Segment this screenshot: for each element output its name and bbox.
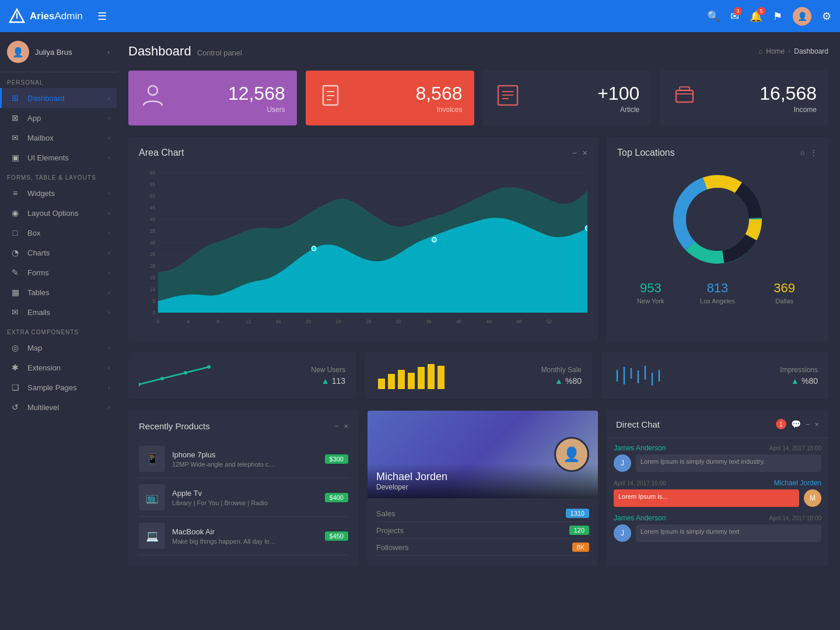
stat-card-invoices[interactable]: 8,568 Invoices <box>306 71 474 125</box>
product-item-iphone[interactable]: 📱 Iphone 7plus 12MP Wide-angle and telep… <box>139 440 348 478</box>
chat-bubble-icon[interactable]: 💬 <box>791 419 801 429</box>
sidebar-label-extension: Extension <box>27 363 108 372</box>
article-stat-info: +100 Article <box>597 83 639 114</box>
chat-msg-2-name: Michael Jorden <box>774 479 821 487</box>
locations-circle-icon[interactable]: ○ <box>800 148 805 158</box>
chat-minimize-button[interactable]: − <box>806 420 810 429</box>
sidebar-item-emails[interactable]: ✉ Emails › <box>0 302 117 322</box>
widgets-arrow-icon: › <box>108 190 110 197</box>
sidebar-item-layout[interactable]: ◉ Layout Options › <box>0 203 117 223</box>
impressions-sparkline <box>611 361 687 390</box>
sidebar-item-charts[interactable]: ◔ Charts › <box>0 243 117 262</box>
user-profile[interactable]: 👤 Juliya Brus › <box>0 32 117 72</box>
stat-card-income[interactable]: 16,568 Income <box>660 71 828 125</box>
sidebar-item-mailbox[interactable]: ✉ Mailbox › <box>0 128 117 148</box>
chat-header: Direct Chat 1 💬 − × <box>607 411 828 438</box>
apple-tv-price: $400 <box>325 493 348 502</box>
sidebar-item-multilevel[interactable]: ↺ Multilevel › <box>0 397 117 417</box>
chart-close-button[interactable]: × <box>583 148 587 158</box>
svg-rect-71 <box>428 364 435 389</box>
svg-text:20: 20 <box>306 318 312 324</box>
new-users-number: 113 <box>332 376 345 386</box>
svg-point-56 <box>585 226 587 230</box>
sidebar-item-tables[interactable]: ▦ Tables › <box>0 282 117 302</box>
svg-text:48: 48 <box>516 318 522 324</box>
stat-card-users[interactable]: 12,568 Users <box>128 71 297 125</box>
sidebar-section-personal: PERSONAL <box>0 72 117 88</box>
chart-minimize-button[interactable]: − <box>572 148 577 158</box>
chart-title: Area Chart <box>139 148 184 158</box>
svg-text:8: 8 <box>217 318 220 324</box>
chat-close-button[interactable]: × <box>814 420 819 429</box>
sidebar-item-map[interactable]: ◎ Map › <box>0 338 117 358</box>
invoices-stat-value: 8,568 <box>415 83 462 104</box>
donut-chart-container <box>617 167 818 272</box>
chat-msg-1-body: J Lorem Ipsum is simply dummy text indus… <box>614 454 821 472</box>
nav-left: AriesAdmin ☰ <box>9 8 107 24</box>
multilevel-icon: ↺ <box>9 402 22 412</box>
search-icon[interactable]: 🔍 <box>707 10 720 23</box>
chat-avatar-michael: M <box>804 489 821 507</box>
mini-card-impressions[interactable]: Impressions ▲ %80 <box>601 352 828 399</box>
user-avatar-nav[interactable]: 👤 <box>793 7 811 26</box>
chat-header-actions: 1 💬 − × <box>776 419 819 429</box>
mail-icon[interactable]: ✉ 3 <box>730 10 739 23</box>
projects-stat-name: Projects <box>376 526 404 535</box>
map-icon: ◎ <box>9 343 22 352</box>
mini-card-monthly-sale[interactable]: Monthly Sale ▲ %80 <box>365 352 592 399</box>
chat-msg-1-time: April 14, 2017 18:00 <box>769 445 821 452</box>
svg-text:4: 4 <box>187 318 190 324</box>
bell-icon[interactable]: 🔔 5 <box>750 10 762 23</box>
sidebar-label-layout: Layout Options <box>27 209 108 218</box>
logo: AriesAdmin <box>9 8 83 24</box>
breadcrumb-home[interactable]: Home <box>766 47 785 55</box>
sidebar-label-mailbox: Mailbox <box>27 134 108 142</box>
locations-menu-icon[interactable]: ⋮ <box>810 148 818 158</box>
product-item-macbook[interactable]: 💻 MacBook Air Make big things happen. Al… <box>139 517 348 555</box>
sidebar-item-sample-pages[interactable]: ❑ Sample Pages › <box>0 377 117 397</box>
chat-msg-3-name: James Anderson <box>614 514 666 522</box>
sidebar-label-multilevel: Multilevel <box>27 403 108 412</box>
sidebar-item-ui-elements[interactable]: ▣ UI Elements › <box>0 148 117 167</box>
sidebar-item-app[interactable]: ⊠ App › <box>0 108 117 128</box>
extension-icon: ✱ <box>9 363 22 372</box>
sidebar-item-forms[interactable]: ✎ Forms › <box>0 262 117 282</box>
dashboard-icon: ⊞ <box>9 93 22 103</box>
svg-point-2 <box>148 86 158 95</box>
svg-text:44: 44 <box>487 318 492 324</box>
sidebar-item-extension[interactable]: ✱ Extension › <box>0 358 117 377</box>
logo-icon <box>9 8 25 24</box>
svg-text:28: 28 <box>366 318 372 324</box>
app-arrow-icon: › <box>108 115 110 121</box>
products-minimize-button[interactable]: − <box>335 422 340 430</box>
users-stat-value: 12,568 <box>228 83 285 104</box>
products-list: 📱 Iphone 7plus 12MP Wide-angle and telep… <box>139 440 348 555</box>
sidebar-item-dashboard[interactable]: ⊞ Dashboard › <box>0 88 117 108</box>
extension-arrow-icon: › <box>108 365 110 371</box>
article-stat-icon <box>495 82 521 114</box>
flag-icon[interactable]: ⚑ <box>773 10 782 23</box>
users-stat-icon <box>140 82 166 114</box>
sidebar: 👤 Juliya Brus › PERSONAL ⊞ Dashboard › ⊠… <box>0 32 117 630</box>
hamburger-button[interactable]: ☰ <box>97 10 107 23</box>
svg-rect-67 <box>388 374 395 389</box>
bell-badge: 5 <box>757 7 765 15</box>
mailbox-icon: ✉ <box>9 133 22 142</box>
mini-card-new-users[interactable]: New Users ▲ 113 <box>128 352 356 399</box>
apple-tv-name: Apple Tv <box>172 489 318 498</box>
sidebar-item-widgets[interactable]: ≡ Widgets › <box>0 183 117 203</box>
sidebar-item-box[interactable]: □ Box › <box>0 223 117 243</box>
svg-text:50: 50 <box>150 193 156 199</box>
invoices-stat-icon <box>317 82 344 114</box>
sidebar-label-widgets: Widgets <box>27 189 108 198</box>
stat-card-article[interactable]: +100 Article <box>483 71 652 125</box>
multilevel-arrow-icon: › <box>108 404 110 411</box>
breadcrumb-separator: › <box>788 47 790 55</box>
losangeles-label: Los Angeles <box>684 298 751 304</box>
svg-text:32: 32 <box>396 318 402 324</box>
area-chart-container: 60 55 50 45 40 35 30 25 20 15 10 5 0 <box>139 167 587 330</box>
product-item-apple-tv[interactable]: 📺 Apple Tv Library | For You | Browse | … <box>139 478 348 517</box>
settings-icon[interactable]: ⚙ <box>822 10 831 23</box>
svg-text:20: 20 <box>150 263 156 269</box>
products-close-button[interactable]: × <box>344 422 348 430</box>
